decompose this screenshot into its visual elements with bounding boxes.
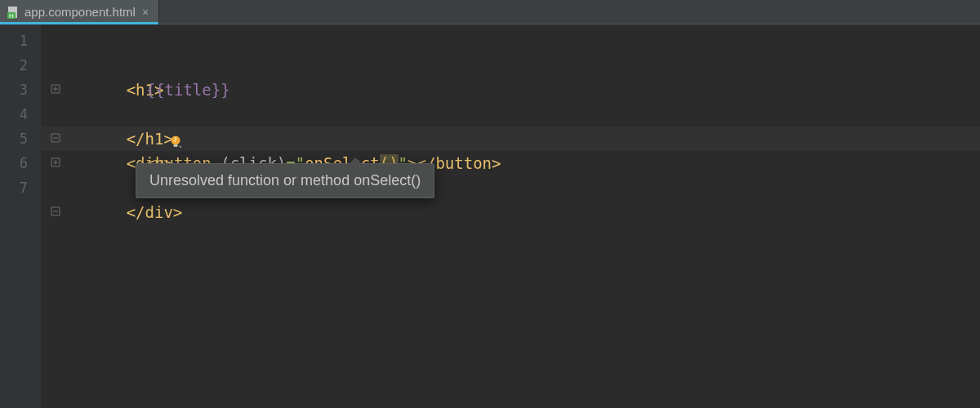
inspection-tooltip: Unresolved function or method onSelect() — [136, 163, 434, 198]
line-number-gutter: 1 2 3 4 5 6 7 — [0, 24, 41, 408]
line-number: 6 — [0, 151, 41, 175]
code-line: <h1> — [70, 29, 980, 53]
line-number: 3 — [0, 78, 41, 102]
code-line: <div> — [70, 102, 980, 126]
close-tab-button[interactable]: × — [140, 6, 150, 19]
tab-bar: H app.component.html × — [0, 0, 980, 24]
tab-filename: app.component.html — [24, 5, 136, 19]
line-number: 1 — [0, 29, 41, 53]
fold-toggle-icon[interactable] — [51, 109, 60, 118]
code-line: {{title}} — [70, 53, 980, 78]
fold-toggle-icon[interactable] — [51, 35, 60, 45]
line-number: 4 — [0, 102, 41, 126]
token-angle: </ — [127, 203, 145, 221]
token-angle: > — [173, 203, 182, 221]
line-number: 2 — [0, 53, 41, 78]
fold-toggle-icon[interactable] — [51, 84, 60, 94]
token-tag: div — [145, 203, 173, 221]
html-file-icon: H — [7, 6, 20, 19]
code-line: </h1> — [70, 78, 980, 102]
fold-toggle-icon[interactable] — [51, 157, 60, 167]
code-area[interactable]: <h1> {{title}} </h1> <div> — [41, 24, 980, 408]
line-number: 5 — [0, 126, 41, 151]
line-number: 7 — [0, 175, 41, 200]
intention-bulb-icon[interactable] — [93, 107, 108, 122]
editor-tab[interactable]: H app.component.html × — [0, 0, 159, 24]
tooltip-text: Unresolved function or method onSelect() — [149, 172, 421, 188]
code-line: <button (click)="onSelect()"></button> — [70, 126, 980, 151]
code-editor[interactable]: 1 2 3 4 5 6 7 <h1> {{title}} </h1> — [0, 24, 980, 408]
svg-text:H: H — [9, 11, 14, 19]
